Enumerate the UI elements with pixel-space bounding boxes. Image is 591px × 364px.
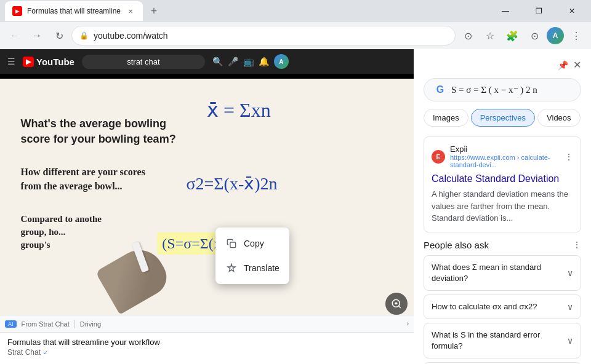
yt-cast-icon[interactable]: 📺	[243, 57, 254, 66]
reload-button[interactable]: ↻	[49, 26, 69, 46]
whiteboard-formula-2: σ2=Σ(x-x̄)2n	[186, 173, 277, 194]
minimize-button[interactable]: —	[491, 1, 520, 21]
result-snippet: A higher standard deviation means the va…	[432, 188, 573, 224]
chat-divider	[74, 320, 75, 328]
lens-button[interactable]: ⊙	[458, 26, 478, 46]
source-initial: E	[436, 153, 440, 160]
address-bar[interactable]: 🔒 youtube.com/watch	[71, 26, 456, 46]
more-button[interactable]: ⋮	[566, 26, 586, 46]
whiteboard-line3: How different are your scores	[21, 165, 145, 179]
back-button[interactable]: ←	[5, 26, 25, 46]
yt-bell-icon[interactable]: 🔔	[259, 57, 269, 66]
channel-name: Strat Chat	[7, 348, 41, 357]
result-source: E Expii https://www.expii.com › calculat…	[432, 144, 573, 168]
search-tabs: Images Perspectives Videos	[424, 109, 581, 127]
tab-videos[interactable]: Videos	[537, 109, 581, 127]
paa-item-0[interactable]: What does Σ mean in standard deviation? …	[424, 255, 581, 291]
close-button[interactable]: ✕	[558, 1, 586, 21]
search-box[interactable]: G S = σ = Σ ( x − x⁻ ) 2 n	[424, 78, 581, 101]
svg-rect-0	[230, 242, 236, 248]
translate-label: Translate	[244, 263, 279, 273]
yt-logo-icon: ▶	[23, 57, 34, 67]
paa-chevron-0: ∨	[567, 268, 573, 278]
yt-mic-icon[interactable]: 🎤	[228, 57, 238, 66]
whiteboard-line6: group, ho...	[21, 226, 102, 239]
paa-question-0: What does Σ mean in standard deviation?	[432, 262, 567, 284]
paa-more-button[interactable]: ⋮	[573, 240, 581, 250]
source-url: https://www.expii.com › calculate-standa…	[450, 154, 560, 168]
whiteboard-formula-1: x̄ = Σxn	[207, 98, 271, 122]
channel-verified-icon: ✓	[43, 349, 48, 356]
paa-title: People also ask	[424, 240, 489, 250]
extensions-button[interactable]: 🧩	[502, 26, 522, 46]
panel-header: 📌 ✕	[424, 59, 581, 71]
tab-images[interactable]: Images	[424, 109, 468, 127]
tab-favicon: ▶	[12, 6, 22, 16]
security-icon: 🔒	[79, 31, 89, 40]
chat-tag: Driving	[80, 320, 101, 328]
yt-profile-avatar[interactable]: A	[274, 54, 289, 69]
yt-search-icon[interactable]: 🔍	[212, 57, 223, 66]
panel-close-button[interactable]: ✕	[573, 59, 581, 71]
yt-search-input[interactable]	[82, 55, 205, 69]
result-title-link[interactable]: Calculate Standard Deviation	[432, 173, 573, 184]
context-menu: Copy Translate	[215, 228, 289, 284]
yt-logo[interactable]: ▶ YouTube	[23, 57, 74, 67]
tab-bar: ▶ Formulas that will streamline ✕ + — ❐ …	[0, 0, 591, 22]
bookmark-button[interactable]: ☆	[480, 26, 500, 46]
lens-overlay-button[interactable]	[385, 293, 408, 315]
whiteboard-text-2: How different are your scores from the a…	[21, 165, 145, 193]
profile-avatar[interactable]: A	[547, 27, 564, 44]
window-controls: — ❐ ✕	[491, 1, 586, 21]
paa-question-2: What is S in the standard error formula?	[432, 330, 567, 352]
toolbar: ← → ↻ 🔒 youtube.com/watch ⊙ ☆ 🧩 ⊙ A ⋮	[0, 22, 591, 49]
url-text: youtube.com/watch	[94, 31, 448, 41]
copy-menu-item[interactable]: Copy	[215, 231, 289, 256]
yt-logo-text: YouTube	[36, 57, 74, 67]
copy-label: Copy	[244, 239, 264, 248]
paa-chevron-1: ∨	[567, 302, 573, 312]
paa-item-2[interactable]: What is S in the standard error formula?…	[424, 323, 581, 358]
new-tab-button[interactable]: +	[145, 2, 163, 20]
video-area: ☰ ▶ YouTube 🔍 🎤 📺 🔔 A	[0, 49, 414, 364]
source-more-button[interactable]: ⋮	[565, 152, 573, 162]
chat-bar: AI From Strat Chat Driving ›	[0, 315, 414, 332]
whiteboard-text-1: What's the average bowling score for you…	[21, 116, 176, 147]
active-tab[interactable]: ▶ Formulas that will streamline ✕	[5, 1, 143, 21]
video-bottom-bar: Formulas that will streamline your workf…	[0, 332, 414, 364]
chat-source: From Strat Chat	[22, 320, 70, 328]
google-logo: G	[434, 84, 446, 96]
paa-item-1[interactable]: How to calculate σx and σx2? ∨	[424, 295, 581, 319]
browser-chrome: ▶ Formulas that will streamline ✕ + — ❐ …	[0, 0, 591, 49]
translate-menu-item[interactable]: Translate	[215, 256, 289, 280]
maximize-button[interactable]: ❐	[525, 1, 553, 21]
tab-title: Formulas that will streamline	[27, 7, 121, 15]
whiteboard: What's the average bowling score for you…	[0, 79, 414, 327]
pin-button[interactable]: 📌	[558, 60, 568, 70]
whiteboard-line1: What's the average bowling	[21, 116, 176, 132]
tab-close-button[interactable]: ✕	[126, 6, 135, 16]
ai-badge: AI	[5, 320, 17, 328]
whiteboard-line4: from the average bowl...	[21, 180, 145, 193]
paa-chevron-2: ∨	[567, 336, 573, 346]
video-whiteboard: What's the average bowling score for you…	[0, 79, 414, 327]
youtube-player: ☰ ▶ YouTube 🔍 🎤 📺 🔔 A	[0, 49, 414, 364]
result-card: E Expii https://www.expii.com › calculat…	[424, 136, 581, 232]
main-content: ☰ ▶ YouTube 🔍 🎤 📺 🔔 A	[0, 49, 591, 364]
chat-arrow[interactable]: ›	[407, 320, 409, 327]
whiteboard-line2: score for your bowling team?	[21, 132, 176, 147]
yt-header-icons: 🔍 🎤 📺 🔔 A	[212, 54, 289, 69]
forward-button[interactable]: →	[27, 26, 47, 46]
whiteboard-text-3: Compared to anothe group, ho... group's	[21, 213, 102, 251]
whiteboard-line7: group's	[21, 239, 102, 251]
tab-perspectives[interactable]: Perspectives	[471, 109, 535, 127]
translate-icon	[225, 262, 238, 274]
paa-question-1: How to calculate σx and σx2?	[432, 301, 537, 312]
search-formula-text: S = σ = Σ ( x − x⁻ ) 2 n	[451, 84, 571, 95]
profile-initial: A	[553, 31, 558, 40]
source-favicon: E	[432, 150, 445, 164]
youtube-header: ☰ ▶ YouTube 🔍 🎤 📺 🔔 A	[0, 49, 414, 74]
yt-menu-icon[interactable]: ☰	[7, 57, 15, 66]
whiteboard-line5: Compared to anothe	[21, 213, 102, 226]
screenshot-button[interactable]: ⊙	[525, 26, 544, 46]
